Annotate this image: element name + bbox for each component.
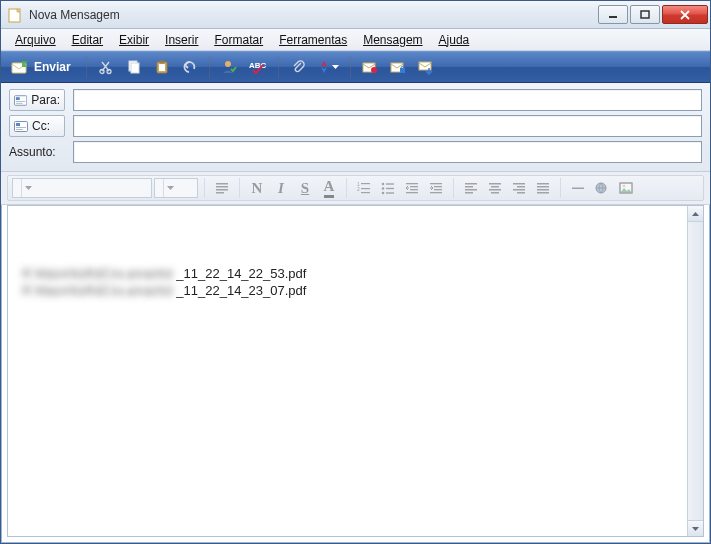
svg-rect-1: [609, 16, 617, 18]
numbered-list-icon: 12: [357, 181, 371, 195]
undo-icon: [182, 59, 198, 75]
menu-ferramentas[interactable]: Ferramentas: [271, 31, 355, 49]
maximize-button[interactable]: [630, 5, 660, 24]
indent-button[interactable]: [425, 177, 447, 199]
message-body[interactable]: R WasmNoRdCnx.amanhd_11_22_14_22_53.pdf …: [7, 205, 704, 537]
address-card-icon: [14, 121, 28, 132]
svg-rect-10: [159, 61, 164, 64]
svg-rect-44: [406, 192, 418, 193]
svg-point-4: [100, 70, 104, 74]
format-separator: [346, 178, 347, 198]
format-toolbar-container: N I S A 12: [1, 172, 710, 205]
scroll-up-button[interactable]: [688, 206, 703, 222]
send-button[interactable]: Enviar: [7, 55, 79, 79]
menu-editar[interactable]: Editar: [64, 31, 111, 49]
check-names-button[interactable]: [217, 55, 241, 79]
svg-point-5: [107, 70, 111, 74]
insert-hr-button[interactable]: [567, 177, 589, 199]
menu-inserir[interactable]: Inserir: [157, 31, 206, 49]
close-button[interactable]: [662, 5, 708, 24]
svg-point-11: [225, 61, 231, 67]
svg-rect-29: [216, 192, 224, 194]
svg-rect-53: [489, 183, 501, 185]
insert-link-button[interactable]: [591, 177, 613, 199]
cc-input[interactable]: [73, 115, 702, 137]
align-right-button[interactable]: [508, 177, 530, 199]
undo-button[interactable]: [178, 55, 202, 79]
align-center-icon: [488, 181, 502, 195]
svg-rect-33: [361, 188, 370, 189]
menu-formatar[interactable]: Formatar: [206, 31, 271, 49]
attach-button[interactable]: [286, 55, 310, 79]
toolbar-separator: [278, 56, 279, 78]
svg-rect-25: [16, 129, 23, 130]
svg-rect-40: [386, 192, 394, 193]
svg-point-68: [623, 185, 626, 188]
svg-rect-55: [489, 189, 501, 191]
svg-rect-16: [400, 68, 405, 73]
italic-button[interactable]: I: [270, 177, 292, 199]
address-card-icon: [14, 95, 27, 106]
font-color-button[interactable]: A: [318, 177, 340, 199]
svg-point-14: [371, 67, 377, 73]
menu-exibir[interactable]: Exibir: [111, 31, 157, 49]
svg-rect-58: [517, 186, 525, 188]
align-left-button[interactable]: [460, 177, 482, 199]
cut-button[interactable]: [94, 55, 118, 79]
minimize-button[interactable]: [598, 5, 628, 24]
copy-button[interactable]: [122, 55, 146, 79]
align-center-button[interactable]: [484, 177, 506, 199]
priority-button[interactable]: [314, 55, 343, 79]
vertical-scrollbar[interactable]: [687, 206, 703, 536]
attachment-line: R WasmNoRdCnx.amanhd_11_22_14_23_07.pdf: [22, 283, 673, 298]
spellcheck-button[interactable]: ABC: [245, 55, 271, 79]
svg-rect-54: [491, 186, 499, 188]
align-right-icon: [512, 181, 526, 195]
menu-ajuda[interactable]: Ajuda: [431, 31, 478, 49]
menu-mensagem[interactable]: Mensagem: [355, 31, 430, 49]
svg-rect-39: [386, 188, 394, 189]
toolbar-separator: [350, 56, 351, 78]
indent-icon: [429, 181, 443, 195]
bold-button[interactable]: N: [246, 177, 268, 199]
svg-rect-63: [537, 189, 549, 191]
to-input[interactable]: [73, 89, 702, 111]
person-check-icon: [221, 59, 237, 75]
cc-button[interactable]: Cc:: [9, 115, 65, 137]
to-button[interactable]: Para:: [9, 89, 65, 111]
outdent-button[interactable]: [401, 177, 423, 199]
insert-image-button[interactable]: [615, 177, 637, 199]
svg-rect-34: [361, 192, 370, 193]
send-icon: [11, 59, 29, 75]
subject-input[interactable]: [73, 141, 702, 163]
globe-link-icon: [594, 181, 610, 195]
sign-button[interactable]: [358, 55, 382, 79]
font-family-combo[interactable]: [12, 178, 152, 198]
svg-rect-7: [131, 63, 139, 73]
bullet-list-button[interactable]: [377, 177, 399, 199]
svg-rect-51: [465, 189, 477, 191]
offline-button[interactable]: [414, 55, 438, 79]
encrypt-button[interactable]: [386, 55, 410, 79]
paragraph-style-button[interactable]: [211, 177, 233, 199]
body-content[interactable]: R WasmNoRdCnx.amanhd_11_22_14_22_53.pdf …: [8, 206, 687, 536]
bullet-list-icon: [381, 181, 395, 195]
send-label: Enviar: [34, 60, 71, 74]
align-justify-button[interactable]: [532, 177, 554, 199]
svg-rect-27: [216, 186, 228, 188]
menu-arquivo[interactable]: Arquivo: [7, 31, 64, 49]
format-separator: [453, 178, 454, 198]
clipboard-icon: [154, 59, 170, 75]
envelope-ribbon-icon: [362, 59, 378, 75]
chevron-down-icon: [332, 65, 339, 69]
paste-button[interactable]: [150, 55, 174, 79]
underline-button[interactable]: S: [294, 177, 316, 199]
svg-rect-56: [491, 192, 499, 194]
compose-window: Nova Mensagem Arquivo Editar Exibir Inse…: [0, 0, 711, 544]
numbered-list-button[interactable]: 12: [353, 177, 375, 199]
new-message-icon: [7, 7, 23, 23]
svg-rect-60: [517, 192, 525, 194]
font-size-combo[interactable]: [154, 178, 198, 198]
scroll-down-button[interactable]: [688, 520, 703, 536]
toolbar-separator: [86, 56, 87, 78]
